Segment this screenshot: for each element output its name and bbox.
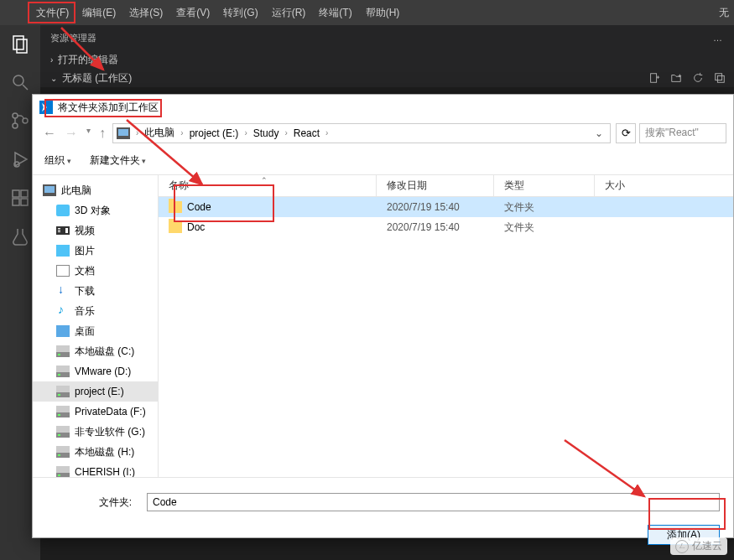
- breadcrumb[interactable]: › 此电脑 › project (E:) › Study › React › ⌄: [112, 123, 611, 143]
- tree-item[interactable]: 桌面: [33, 321, 158, 341]
- crumb-project[interactable]: project (E:): [188, 127, 241, 139]
- forward-icon[interactable]: →: [65, 126, 78, 141]
- tree-label: 桌面: [75, 324, 95, 339]
- pc-icon: [43, 184, 56, 196]
- explorer-icon[interactable]: [10, 34, 30, 54]
- svg-rect-9: [13, 190, 19, 197]
- svg-rect-11: [21, 199, 28, 205]
- svg-rect-19: [717, 75, 724, 82]
- tree-item[interactable]: 本地磁盘 (H:): [33, 442, 158, 462]
- menu-view[interactable]: 查看(V): [169, 0, 216, 25]
- tree-label: 图片: [75, 244, 95, 258]
- menu-terminal[interactable]: 终端(T): [312, 0, 358, 25]
- dialog-body: 此电脑 3D 对象视频图片文档下载音乐桌面本地磁盘 (C:)VMware (D:…: [33, 175, 733, 477]
- tree-item[interactable]: 3D 对象: [33, 200, 158, 220]
- col-name[interactable]: 名称: [159, 175, 377, 196]
- dialog-title: 将文件夹添加到工作区: [58, 101, 159, 115]
- open-editors-section[interactable]: › 打开的编辑器: [40, 50, 734, 69]
- down-icon: [56, 285, 70, 297]
- search-input[interactable]: 搜索"React": [639, 123, 726, 143]
- tree-item[interactable]: CHERISH (I:): [33, 462, 158, 477]
- menu-help[interactable]: 帮助(H): [359, 0, 407, 25]
- menu-file[interactable]: 文件(F): [29, 0, 75, 25]
- tree-item[interactable]: 本地磁盘 (C:): [33, 341, 158, 361]
- tree-item[interactable]: 音乐: [33, 301, 158, 321]
- refresh-icon[interactable]: [692, 72, 704, 84]
- img-icon: [56, 245, 70, 257]
- doc-icon: [56, 265, 70, 277]
- drive-icon: [56, 406, 70, 417]
- file-list[interactable]: ⌃ 名称 修改日期 类型 大小 Code2020/7/19 15:40文件夹Do…: [159, 175, 733, 477]
- tree-item[interactable]: PrivateData (F:): [33, 402, 158, 422]
- testing-icon[interactable]: [10, 226, 30, 246]
- explorer-panel: 资源管理器 … › 打开的编辑器 ⌄ 无标题 (工作区): [40, 25, 734, 87]
- svg-marker-7: [15, 153, 27, 166]
- tree-label: 文档: [75, 264, 95, 278]
- new-folder-menu[interactable]: 新建文件夹: [90, 153, 147, 168]
- recent-icon[interactable]: ▾: [86, 126, 91, 141]
- explorer-more-icon[interactable]: …: [713, 33, 724, 43]
- new-folder-icon[interactable]: [670, 72, 682, 84]
- menu-run[interactable]: 运行(R): [265, 0, 313, 25]
- source-control-icon[interactable]: [10, 111, 30, 131]
- svg-rect-13: [651, 74, 657, 83]
- chevron-right-icon: ›: [242, 128, 249, 137]
- folder-input[interactable]: [147, 493, 720, 511]
- sort-indicator-icon: ⌃: [261, 176, 268, 184]
- tree-label: 本地磁盘 (C:): [75, 345, 134, 359]
- watermark-icon: ㄥ: [675, 540, 689, 553]
- file-row[interactable]: Code2020/7/19 15:40文件夹: [159, 197, 733, 217]
- crumb-react[interactable]: React: [292, 127, 321, 139]
- collapse-icon[interactable]: [714, 72, 726, 84]
- workspace-actions: [648, 72, 726, 84]
- search-icon[interactable]: [10, 72, 30, 92]
- tree-label: PrivateData (F:): [75, 406, 146, 417]
- watermark-text: 亿速云: [692, 539, 722, 553]
- tree-label: 音乐: [75, 304, 95, 319]
- crumb-study[interactable]: Study: [252, 127, 281, 139]
- up-icon[interactable]: ↑: [99, 126, 106, 141]
- menubar: 文件(F) 编辑(E) 选择(S) 查看(V) 转到(G) 运行(R) 终端(T…: [0, 0, 734, 25]
- tree-label: 非专业软件 (G:): [75, 425, 145, 439]
- tree-label: project (E:): [75, 386, 124, 397]
- back-icon[interactable]: ←: [43, 126, 56, 141]
- menu-edit[interactable]: 编辑(E): [75, 0, 122, 25]
- file-row[interactable]: Doc2020/7/19 15:40文件夹: [159, 217, 733, 237]
- folder-tree[interactable]: 此电脑 3D 对象视频图片文档下载音乐桌面本地磁盘 (C:)VMware (D:…: [33, 175, 159, 477]
- organize-menu[interactable]: 组织: [44, 153, 71, 168]
- tree-item[interactable]: 视频: [33, 220, 158, 241]
- list-header: ⌃ 名称 修改日期 类型 大小: [159, 175, 733, 197]
- tree-item[interactable]: 下载: [33, 281, 158, 301]
- tree-root-pc[interactable]: 此电脑: [33, 180, 158, 200]
- extensions-icon[interactable]: [10, 188, 30, 208]
- col-type[interactable]: 类型: [494, 175, 595, 196]
- add-folder-dialog: 将文件夹添加到工作区 ← → ▾ ↑ › 此电脑 › project (E:) …: [32, 94, 734, 538]
- dialog-titlebar: 将文件夹添加到工作区: [33, 95, 733, 120]
- crumb-dropdown-icon[interactable]: ⌄: [595, 127, 606, 139]
- workspace-label: 无标题 (工作区): [62, 71, 132, 86]
- svg-rect-10: [13, 199, 19, 205]
- debug-icon[interactable]: [10, 149, 30, 169]
- tree-item[interactable]: project (E:): [33, 381, 158, 402]
- col-date[interactable]: 修改日期: [377, 175, 494, 196]
- menu-select[interactable]: 选择(S): [122, 0, 169, 25]
- nav-refresh-button[interactable]: ⟳: [616, 123, 636, 143]
- svg-point-2: [13, 75, 23, 86]
- tree-item[interactable]: 图片: [33, 241, 158, 261]
- tree-item[interactable]: 文档: [33, 261, 158, 281]
- drive-icon: [56, 426, 70, 438]
- nav-buttons: ← → ▾ ↑: [39, 126, 109, 141]
- svg-rect-0: [13, 36, 23, 49]
- tree-item[interactable]: VMware (D:): [33, 361, 158, 381]
- workspace-section[interactable]: ⌄ 无标题 (工作区): [40, 69, 734, 87]
- col-size[interactable]: 大小: [595, 175, 733, 196]
- new-file-icon[interactable]: [648, 72, 660, 84]
- crumb-root[interactable]: 此电脑: [143, 126, 176, 140]
- tree-label: 本地磁盘 (H:): [75, 445, 134, 459]
- tree-item[interactable]: 非专业软件 (G:): [33, 422, 158, 442]
- threed-icon: [56, 205, 70, 216]
- menu-goto[interactable]: 转到(G): [216, 0, 264, 25]
- drive-icon: [56, 366, 70, 377]
- svg-rect-12: [21, 190, 28, 197]
- tree-label: 视频: [75, 224, 95, 238]
